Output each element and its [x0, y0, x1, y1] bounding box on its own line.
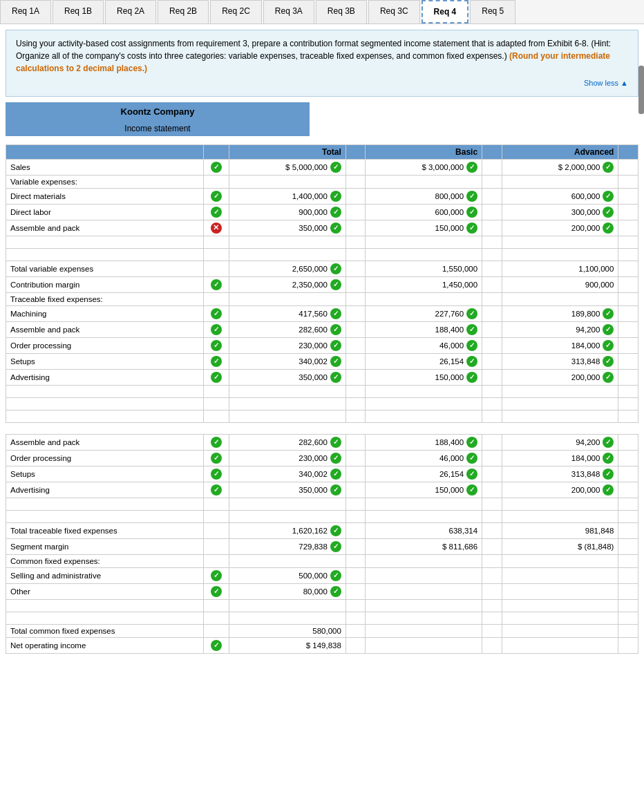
- variable-label: Variable expenses:: [6, 175, 204, 188]
- b-op-total-check: ✓: [330, 453, 341, 464]
- sa-label: Selling and administrative: [6, 567, 204, 583]
- row-selling-admin: Selling and administrative ✓ 500,000✓: [6, 567, 638, 583]
- dl-basic-check: ✓: [466, 207, 477, 218]
- sales-check-icon: ✓: [211, 162, 222, 173]
- ap-trace-total-check: ✓: [330, 324, 341, 335]
- cm-basic: 1,450,000: [366, 276, 482, 292]
- dl-total-check: ✓: [330, 207, 341, 218]
- other-label: Other: [6, 583, 204, 599]
- tab-req1a[interactable]: Req 1A: [0, 0, 51, 23]
- ap-var-basic-check: ✓: [466, 223, 477, 234]
- total-trace-advanced: 981,848: [502, 522, 618, 538]
- op-trace-label: Order processing: [6, 337, 204, 353]
- b-op-basic-check: ✓: [466, 453, 477, 464]
- tab-req5[interactable]: Req 5: [470, 0, 515, 23]
- cm-check-icon: ✓: [211, 279, 222, 290]
- empty-row-5: [6, 410, 638, 422]
- machining-label: Machining: [6, 305, 204, 321]
- empty-row-8: [6, 599, 638, 612]
- b-op-label: Order processing: [6, 450, 204, 466]
- empty-row-2: [6, 248, 638, 261]
- tab-req3c[interactable]: Req 3C: [368, 0, 420, 23]
- row-advertising-trace: Advertising ✓ 350,000✓ 150,000✓ 200,000✓: [6, 369, 638, 385]
- ap-trace-basic-check: ✓: [466, 324, 477, 335]
- sales-total[interactable]: $ 5,000,000✓: [229, 159, 346, 175]
- sales-advanced[interactable]: $ 2,000,000✓: [502, 159, 618, 175]
- ap-var-total-check: ✓: [330, 223, 341, 234]
- row-variable-label: Variable expenses:: [6, 175, 638, 188]
- tab-req3a[interactable]: Req 3A: [263, 0, 314, 23]
- dm-adv-check: ✓: [603, 191, 614, 202]
- sales-basic[interactable]: $ 3,000,000✓: [366, 159, 482, 175]
- net-income-check: ✓: [211, 640, 222, 651]
- b-ap-check: ✓: [211, 437, 222, 448]
- sales-label: Sales: [6, 159, 204, 175]
- row-machining: Machining ✓ 417,560✓ 227,760✓ 189,800✓: [6, 305, 638, 321]
- other-check: ✓: [211, 586, 222, 597]
- header-advanced: Advanced: [502, 144, 618, 159]
- row-other: Other ✓ 80,000✓: [6, 583, 638, 599]
- income-statement-table-top: Total Basic Advanced Sales ✓ $ 5,000,000…: [6, 144, 638, 423]
- row-contribution-margin: Contribution margin ✓ 2,350,000✓ 1,450,0…: [6, 276, 638, 292]
- total-trace-label: Total traceable fixed expenses: [6, 522, 204, 538]
- net-income-label: Net operating income: [6, 637, 204, 653]
- machining-check: ✓: [211, 308, 222, 319]
- adv-trace-basic-check: ✓: [466, 372, 477, 383]
- sales-total-check-icon: ✓: [330, 162, 341, 173]
- show-less-button[interactable]: Show less ▲: [16, 77, 628, 89]
- header-basic: Basic: [366, 144, 482, 159]
- b-op-adv-check: ✓: [603, 453, 614, 464]
- tab-req4[interactable]: Req 4: [422, 0, 469, 23]
- setups-trace-basic-check: ✓: [466, 356, 477, 367]
- row-order-processing-trace: Order processing ✓ 230,000✓ 46,000✓ 184,…: [6, 337, 638, 353]
- row-traceable-label: Traceable fixed expenses:: [6, 292, 638, 305]
- instructions-box: Using your activity-based cost assignmen…: [6, 30, 638, 97]
- row-direct-materials: Direct materials ✓ 1,400,000✓ 800,000✓ 6…: [6, 188, 638, 204]
- tab-req3b[interactable]: Req 3B: [316, 0, 367, 23]
- dm-basic-check: ✓: [466, 191, 477, 202]
- seg-margin-check: ✓: [330, 541, 341, 552]
- tab-req1b[interactable]: Req 1B: [53, 0, 104, 23]
- dl-check-icon: ✓: [211, 207, 222, 218]
- row-total-variable: Total variable expenses 2,650,000✓ 1,550…: [6, 261, 638, 276]
- total-var-basic: 1,550,000: [366, 261, 482, 276]
- tab-req2b[interactable]: Req 2B: [158, 0, 209, 23]
- tab-req2a[interactable]: Req 2A: [105, 0, 156, 23]
- row-setups-trace: Setups ✓ 340,002✓ 26,154✓ 313,848✓: [6, 353, 638, 369]
- op-trace-adv-check: ✓: [603, 340, 614, 351]
- total-var-check: ✓: [330, 263, 341, 274]
- sa-check: ✓: [211, 570, 222, 581]
- sales-advanced-check-icon: ✓: [603, 162, 614, 173]
- op-trace-total-check: ✓: [330, 340, 341, 351]
- row-direct-labor: Direct labor ✓ 900,000✓ 600,000✓ 300,000…: [6, 204, 638, 220]
- common-section-label: Common fixed expenses:: [6, 554, 204, 567]
- header-total: Total: [229, 144, 346, 159]
- total-common-val: 580,000: [229, 624, 346, 637]
- b-setups-adv-check: ✓: [603, 469, 614, 480]
- b-adv-total-check: ✓: [330, 484, 341, 495]
- ap-trace-adv-check: ✓: [603, 324, 614, 335]
- row-segment-margin: Segment margin 729,838✓ $ 811,686 $ (81,…: [6, 538, 638, 554]
- empty-row-4: [6, 397, 638, 410]
- income-statement-table-bottom: Assemble and pack ✓ 282,600✓ 188,400✓ 94…: [6, 434, 638, 654]
- row-b-assemble: Assemble and pack ✓ 282,600✓ 188,400✓ 94…: [6, 434, 638, 450]
- op-trace-check: ✓: [211, 340, 222, 351]
- empty-row-3: [6, 385, 638, 397]
- tab-req2c[interactable]: Req 2C: [210, 0, 262, 23]
- header-basic-check: [482, 144, 502, 159]
- header-label: [6, 144, 204, 159]
- op-trace-basic-check: ✓: [466, 340, 477, 351]
- ap-trace-label: Assemble and pack: [6, 321, 204, 337]
- seg-margin-advanced: $ (81,848): [502, 538, 618, 554]
- adv-trace-total-check: ✓: [330, 372, 341, 383]
- sales-check[interactable]: ✓: [203, 159, 229, 175]
- b-adv-check: ✓: [211, 484, 222, 495]
- seg-margin-label: Segment margin: [6, 538, 204, 554]
- company-title: Income statement: [6, 121, 310, 136]
- total-var-label: Total variable expenses: [6, 261, 204, 276]
- b-adv-adv-check: ✓: [603, 484, 614, 495]
- b-op-check: ✓: [211, 453, 222, 464]
- ap-trace-check: ✓: [211, 324, 222, 335]
- row-net-income: Net operating income ✓ $ 149,838: [6, 637, 638, 653]
- scrollbar[interactable]: [638, 66, 644, 114]
